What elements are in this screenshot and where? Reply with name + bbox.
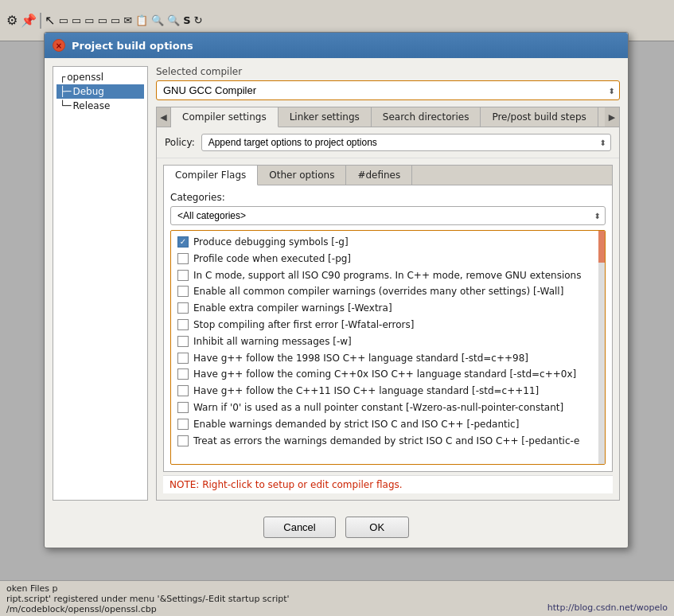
policy-select-wrapper: Append target options to project options… (201, 134, 611, 151)
dialog-title: Project build options (72, 40, 193, 52)
tab-nav-wrapper: ◀ Compiler settings Linker settings Sear… (157, 107, 619, 127)
categories-select[interactable]: <All categories> (170, 206, 606, 225)
main-tabs-container: ◀ Compiler settings Linker settings Sear… (156, 107, 620, 501)
policy-row: Policy: Append target options to project… (157, 127, 619, 158)
toolbar-icon-4: ▭ (59, 14, 68, 26)
tab-search-directories[interactable]: Search directories (372, 107, 481, 127)
flag-label-2: In C mode, support all ISO C90 programs.… (193, 269, 581, 283)
flag-label-4: Enable extra compiler warnings [-Wextra] (193, 302, 392, 315)
policy-select[interactable]: Append target options to project options (201, 134, 611, 151)
flag-label-10: Warn if '0' is used as a null pointer co… (193, 401, 563, 415)
flag-item[interactable]: Have g++ follow the C++11 ISO C++ langua… (171, 383, 605, 400)
flag-item[interactable]: ✓Produce debugging symbols [-g] (171, 234, 605, 251)
tab-pre-post-build[interactable]: Pre/post build steps (481, 107, 598, 127)
flag-label-6: Inhibit all warning messages [-w] (193, 335, 352, 349)
flag-checkbox-2[interactable] (177, 270, 189, 281)
dialog-content: ┌ openssl ├─ Debug └─ Release Selected c… (45, 58, 628, 509)
flag-item[interactable]: Have g++ follow the 1998 ISO C++ languag… (171, 350, 605, 367)
flag-checkbox-1[interactable] (177, 253, 189, 264)
tab-other-options[interactable]: Other options (258, 166, 346, 185)
url-bar: http://blog.csdn.net/wopelo (541, 599, 674, 616)
compiler-select[interactable]: GNU GCC Compiler LLVM Clang Compiler MSV… (156, 80, 620, 100)
inner-tab-content: Categories: <All categories> ⬍ ✓Produce … (164, 185, 612, 471)
flag-label-7: Have g++ follow the 1998 ISO C++ languag… (193, 352, 528, 365)
flag-checkbox-8[interactable] (177, 368, 189, 380)
tree-item-debug[interactable]: ├─ Debug (56, 84, 144, 99)
inner-tabs-container: Compiler Flags Other options #defines Ca… (163, 165, 613, 472)
tab-scroll-right-arrow[interactable]: ▶ (605, 107, 619, 127)
flag-label-9: Have g++ follow the C++11 ISO C++ langua… (193, 384, 539, 398)
flag-item[interactable]: In C mode, support all ISO C90 programs.… (171, 267, 605, 284)
flag-label-12: Treat as errors the warnings demanded by… (193, 435, 579, 448)
flag-checkbox-7[interactable] (177, 353, 189, 364)
tree-item-openssl[interactable]: ┌ openssl (56, 70, 144, 84)
toolbar-icon-7: ▭ (98, 14, 107, 26)
flag-checkbox-4[interactable] (177, 302, 189, 314)
tab-scroll-left-arrow[interactable]: ◀ (157, 107, 171, 127)
dialog-titlebar: × Project build options (45, 33, 628, 58)
flag-label-3: Enable all common compiler warnings (ove… (193, 285, 563, 298)
flag-checkbox-6[interactable] (177, 336, 189, 347)
flag-label-1: Profile code when executed [-pg] (193, 252, 351, 266)
flags-scrollbar-thumb[interactable] (598, 231, 605, 263)
tree-connector-release: └─ (60, 100, 71, 111)
tree-label-openssl: openssl (67, 72, 103, 83)
flag-checkbox-10[interactable] (177, 402, 189, 413)
flag-checkbox-3[interactable] (177, 286, 189, 297)
flag-item[interactable]: Profile code when executed [-pg] (171, 251, 605, 267)
categories-label: Categories: (170, 192, 606, 203)
flag-item[interactable]: Inhibit all warning messages [-w] (171, 333, 605, 350)
flag-item[interactable]: Treat as errors the warnings demanded by… (171, 433, 605, 450)
flag-label-5: Stop compiling after first error [-Wfata… (193, 318, 414, 332)
flag-checkbox-5[interactable] (177, 319, 189, 330)
toolbar-icon-2: 📌 (21, 13, 37, 28)
tree-label-debug: Debug (72, 86, 103, 97)
tab-compiler-settings[interactable]: Compiler settings (171, 107, 279, 127)
toolbar-icon-13: S (183, 14, 190, 26)
project-tree: ┌ openssl ├─ Debug └─ Release (53, 66, 148, 501)
tab-nav: Compiler settings Linker settings Search… (171, 107, 605, 127)
toolbar-icon-10: 📋 (135, 14, 148, 26)
flag-label-11: Enable warnings demanded by strict ISO C… (193, 418, 519, 431)
compiler-section-label: Selected compiler (156, 66, 620, 77)
tree-connector: ┌ (60, 72, 65, 83)
cancel-button[interactable]: Cancel (263, 517, 335, 538)
close-button[interactable]: × (53, 39, 65, 52)
toolbar-icon-14: ↻ (194, 14, 203, 26)
ok-button[interactable]: OK (345, 517, 409, 538)
categories-select-wrapper: <All categories> ⬍ (170, 206, 606, 225)
flags-list-inner: ✓Produce debugging symbols [-g]Profile c… (171, 231, 605, 452)
note-text: NOTE: Right-click to setup or edit compi… (163, 475, 613, 493)
flag-checkbox-12[interactable] (177, 435, 189, 446)
compiler-select-wrapper: GNU GCC Compiler LLVM Clang Compiler MSV… (156, 80, 620, 100)
flag-label-0: Produce debugging symbols [-g] (193, 236, 349, 249)
flag-checkbox-11[interactable] (177, 419, 189, 430)
compiler-row: Selected compiler GNU GCC Compiler LLVM … (156, 66, 620, 100)
inner-tab-nav: Compiler Flags Other options #defines (164, 166, 612, 185)
tab-compiler-flags[interactable]: Compiler Flags (164, 166, 258, 185)
toolbar-icon-11: 🔍 (151, 14, 164, 26)
toolbar-icon-12: 🔍 (167, 14, 180, 26)
toolbar-icon-6: ▭ (84, 14, 94, 26)
flags-list: ✓Produce debugging symbols [-g]Profile c… (170, 230, 606, 465)
flag-item[interactable]: Enable extra compiler warnings [-Wextra] (171, 300, 605, 317)
toolbar-icon-8: ▭ (111, 14, 120, 26)
status-line-1: oken Files p (6, 583, 668, 594)
tree-item-release[interactable]: └─ Release (56, 99, 144, 113)
dialog-buttons: Cancel OK (45, 509, 628, 548)
flag-item[interactable]: Enable warnings demanded by strict ISO C… (171, 416, 605, 433)
tab-defines[interactable]: #defines (346, 166, 412, 185)
flag-item[interactable]: Warn if '0' is used as a null pointer co… (171, 400, 605, 416)
flag-label-8: Have g++ follow the coming C++0x ISO C++… (193, 368, 576, 381)
policy-label: Policy: (165, 137, 195, 148)
tree-label-release: Release (72, 100, 110, 111)
flags-scrollbar[interactable] (598, 231, 605, 464)
flag-item[interactable]: Enable all common compiler warnings (ove… (171, 283, 605, 300)
toolbar-icon-1: ⚙ (6, 13, 18, 28)
toolbar-icon-5: ▭ (72, 14, 81, 26)
flag-checkbox-9[interactable] (177, 385, 189, 396)
flag-item[interactable]: Stop compiling after first error [-Wfata… (171, 317, 605, 333)
flag-checkbox-0[interactable]: ✓ (177, 236, 189, 248)
flag-item[interactable]: Have g++ follow the coming C++0x ISO C++… (171, 366, 605, 383)
tab-linker-settings[interactable]: Linker settings (279, 107, 372, 127)
